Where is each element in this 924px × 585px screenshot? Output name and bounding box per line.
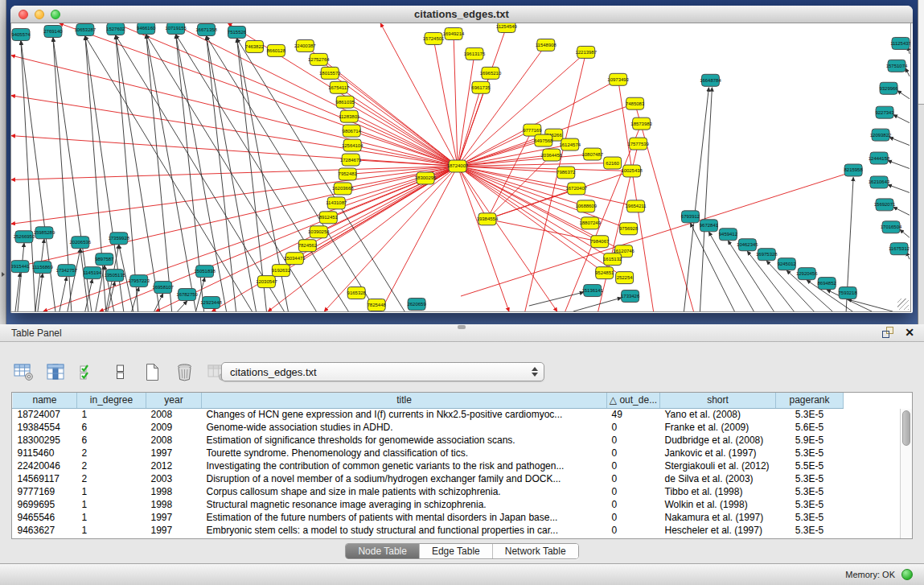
cell-short[interactable]: Stergiakouli et al. (2012) (660, 459, 776, 472)
graph-node[interactable]: 9861035 (336, 96, 355, 108)
graph-node[interactable]: 9897587 (95, 253, 114, 266)
graph-node[interactable]: 10688609 (575, 200, 597, 212)
graph-node[interactable]: 1527602 (106, 23, 125, 35)
cell-pagerank[interactable]: 5.3E-5 (776, 511, 844, 524)
table-row[interactable]: 1830029562008Estimation of significance … (13, 434, 901, 447)
graph-node[interactable]: 18015572 (319, 67, 341, 79)
cell-year[interactable]: 1998 (146, 485, 202, 498)
collapse-arrow-icon[interactable] (2, 272, 5, 277)
cell-title[interactable]: Changes of HCN gene expression and I(f) … (202, 408, 607, 421)
window-resize-handle[interactable] (897, 299, 909, 310)
cell-year[interactable]: 1997 (146, 524, 202, 537)
graph-node[interactable]: 9245012 (778, 258, 797, 270)
cell-name[interactable]: 9463627 (13, 524, 77, 537)
graph-node[interactable]: 20206536 (70, 237, 92, 249)
cell-pagerank[interactable]: 5.3E-5 (776, 485, 844, 498)
cell-name[interactable]: 9115460 (13, 447, 77, 459)
graph-node[interactable]: 8660128 (267, 44, 286, 56)
graph-node[interactable]: 20364456 (541, 149, 563, 161)
cell-name[interactable]: 18300295 (13, 434, 77, 447)
graph-node[interactable]: 15692071 (874, 199, 896, 211)
graph-node[interactable]: 15051838 (194, 266, 216, 278)
cell-out_degree[interactable]: 0 (607, 459, 660, 472)
graph-node[interactable]: 12213987 (575, 46, 597, 58)
cell-out_degree[interactable]: 0 (607, 485, 660, 498)
cell-short[interactable]: Yano et al. (2008) (660, 408, 776, 421)
graph-node[interactable]: 11156869 (32, 262, 53, 274)
tab-edge-table[interactable]: Edge Table (419, 544, 492, 558)
graph-node[interactable]: 16124574 (559, 138, 581, 150)
network-view-window[interactable]: citations_edges.txt 94055742769140106532… (10, 6, 913, 313)
graph-node[interactable]: 25266950 (14, 231, 35, 243)
table-row[interactable]: 1456911722003Disruption of a novel membe… (13, 472, 901, 485)
graph-node[interactable]: 12030547 (256, 276, 277, 288)
graph-node[interactable]: 19654211 (626, 200, 647, 212)
graph-node[interactable]: 16965210 (480, 67, 502, 79)
graph-node[interactable]: 11548908 (536, 39, 557, 51)
network-canvas[interactable]: 9405574276914010653287152760294661601071… (10, 23, 911, 312)
cell-out_degree[interactable]: 0 (607, 447, 660, 459)
cell-short[interactable]: Franke et al. (2009) (660, 421, 776, 434)
cell-year[interactable]: 1997 (146, 511, 202, 524)
column-header-year[interactable]: year (146, 393, 202, 408)
cell-short[interactable]: Nakamura et al. (1997) (660, 511, 776, 524)
graph-node[interactable]: 11125437 (890, 37, 910, 49)
cell-in_degree[interactable]: 1 (77, 498, 146, 511)
graph-node[interactable]: 9459412 (719, 229, 738, 241)
graph-node[interactable]: 9227343 (875, 106, 894, 118)
cell-pagerank[interactable]: 5.5E-5 (776, 459, 844, 472)
graph-node[interactable]: 16754117 (328, 81, 350, 93)
cell-short[interactable]: Dudbridge et al. (2008) (660, 434, 776, 447)
graph-node[interactable]: 17284671 (340, 154, 362, 166)
graph-node[interactable]: 12093822 (870, 129, 892, 141)
table-settings-icon[interactable] (13, 362, 34, 381)
cell-out_degree[interactable]: 0 (607, 421, 660, 434)
graph-node[interactable]: 15751074 (886, 60, 908, 72)
cell-title[interactable]: Embryonic stem cells: a model to study s… (202, 524, 607, 537)
graph-node[interactable]: 7986372 (556, 167, 576, 179)
graph-node[interactable]: 18807249 (579, 217, 601, 229)
graph-node[interactable]: 9756928 (619, 223, 639, 235)
graph-node[interactable]: 6961735 (471, 81, 491, 93)
graph-node[interactable]: 10719155 (165, 23, 187, 34)
graph-node[interactable]: 7485083 (626, 97, 645, 109)
cell-year[interactable]: 1998 (146, 498, 202, 511)
graph-node[interactable]: 17577539 (627, 138, 649, 150)
cell-year[interactable]: 2008 (146, 434, 202, 447)
cell-in_degree[interactable]: 6 (77, 421, 146, 434)
graph-node[interactable]: 11283801 (339, 110, 360, 122)
cell-name[interactable]: 9699695 (13, 498, 77, 511)
table-row[interactable]: 946554611997Estimation of the future num… (13, 511, 901, 524)
column-header-out_degree[interactable]: △ out_de... (607, 393, 660, 408)
cell-short[interactable]: de Silva et al. (2003) (660, 472, 776, 485)
cell-pagerank[interactable]: 5.3E-5 (776, 524, 844, 537)
cell-year[interactable]: 2008 (146, 408, 202, 421)
graph-node[interactable]: 8694852 (818, 278, 837, 290)
cell-title[interactable]: Structural magnetic resonance image aver… (202, 498, 607, 511)
graph-node[interactable]: 252254 (616, 272, 634, 284)
graph-node[interactable]: 17359928 (108, 233, 129, 245)
cell-title[interactable]: Tourette syndrome. Phenomenology and cla… (202, 447, 607, 459)
graph-node[interactable]: 9806714 (343, 125, 362, 137)
cell-in_degree[interactable]: 1 (77, 511, 146, 524)
graph-node[interactable]: 10390254 (308, 226, 330, 238)
graph-node[interactable]: 10807487 (581, 148, 603, 160)
graph-node[interactable]: 9405574 (11, 28, 31, 40)
graph-node[interactable]: 6497568 (534, 134, 553, 146)
memory-status-light-icon[interactable] (901, 569, 913, 580)
graph-node[interactable]: 18724007 (447, 160, 469, 172)
cell-name[interactable]: 19384554 (13, 421, 77, 434)
cell-out_degree[interactable]: 0 (607, 511, 660, 524)
graph-node[interactable]: 7515526 (228, 26, 247, 38)
graph-node[interactable]: 18300295 (415, 172, 437, 184)
window-titlebar[interactable]: citations_edges.txt (10, 6, 913, 23)
cell-in_degree[interactable]: 2 (77, 472, 146, 485)
scrollbar-thumb[interactable] (902, 410, 910, 446)
table-row[interactable]: 911546021997Tourette syndrome. Phenomeno… (13, 447, 901, 459)
graph-node[interactable]: 17957223 (128, 275, 150, 287)
graph-node[interactable]: 9192632 (272, 265, 291, 277)
graph-node[interactable]: 9466160 (137, 23, 156, 34)
graph-node[interactable]: 16975328 (756, 249, 778, 261)
graph-node[interactable]: 16210643 (869, 176, 890, 188)
select-columns-icon[interactable] (45, 362, 66, 381)
